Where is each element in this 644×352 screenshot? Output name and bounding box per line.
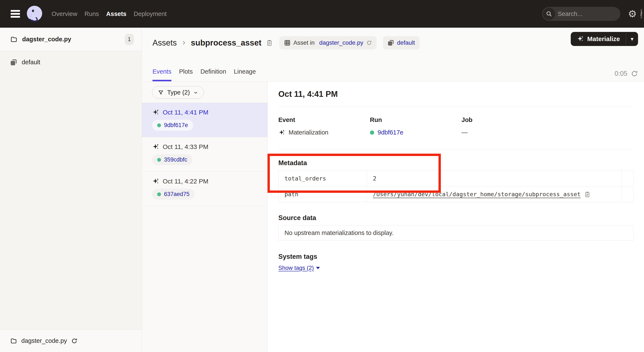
main-area: Assets subprocess_asset Asset in dagster… <box>142 28 644 352</box>
job-column: Job — <box>462 116 472 136</box>
hamburger-menu-icon[interactable] <box>11 10 20 18</box>
materialization-sparkle-icon <box>152 178 159 185</box>
sidebar-code-location-label: dagster_code.py <box>22 36 120 43</box>
chevron-down-icon <box>193 90 198 95</box>
event-detail-panel: Oct 11, 4:41 PM Event Materialization Ru… <box>268 81 644 352</box>
breadcrumb: Assets subprocess_asset Asset in dagster… <box>142 28 644 49</box>
job-empty-value: — <box>462 129 468 136</box>
materialize-button[interactable]: Materialize <box>571 32 626 46</box>
top-nav: Overview Runs Assets Deployment / ⚙ <box>0 0 644 28</box>
refresh-icon[interactable] <box>631 70 638 77</box>
event-list-item[interactable]: Oct 11, 4:33 PM 359cdbfc <box>142 137 268 172</box>
sidebar-footer-label: dagster_code.py <box>21 337 67 344</box>
event-column-label: Event <box>278 116 370 123</box>
global-search[interactable]: / <box>542 7 620 21</box>
asset-tabs: Events Plots Definition Lineage <box>152 68 256 81</box>
metadata-table: total_orders 2 path /Users/yuhan/dev/loc… <box>278 170 633 202</box>
asset-group-link[interactable]: default <box>397 39 415 46</box>
timer-value: 0:05 <box>614 70 628 77</box>
refresh-timer: 0:05 <box>614 70 638 77</box>
source-data-empty-message: No upstream materializations to display. <box>278 225 633 241</box>
run-badge[interactable]: 9dbf617e <box>152 120 193 131</box>
copy-path-icon[interactable] <box>584 191 591 198</box>
asset-location-badge: Asset in dagster_code.py <box>280 36 376 49</box>
sidebar-item-default-group[interactable]: default <box>0 51 142 73</box>
asset-group-badge: default <box>383 36 420 49</box>
run-id-link[interactable]: 359cdbfc <box>164 156 188 163</box>
materialization-sparkle-icon <box>577 35 584 42</box>
materialize-split-button: Materialize ▾ <box>571 32 638 46</box>
run-column-label: Run <box>370 116 462 123</box>
run-badge[interactable]: 359cdbfc <box>152 154 192 165</box>
event-type-value: Materialization <box>288 129 328 136</box>
event-detail-title: Oct 11, 4:41 PM <box>278 89 633 99</box>
metadata-heading: Metadata <box>278 159 633 167</box>
asset-group-icon <box>388 39 394 46</box>
sidebar-item-code-location[interactable]: dagster_code.py 1 <box>0 28 142 51</box>
show-tags-toggle[interactable]: Show tags (2) <box>278 265 320 271</box>
nav-item-deployment[interactable]: Deployment <box>134 10 167 17</box>
search-icon <box>543 8 555 20</box>
event-timestamp: Oct 11, 4:33 PM <box>163 143 208 150</box>
folder-icon <box>10 36 18 43</box>
run-id-link[interactable]: 9dbf617e <box>378 129 403 136</box>
code-location-link[interactable]: dagster_code.py <box>319 39 363 46</box>
nav-item-overview[interactable]: Overview <box>52 10 77 17</box>
event-timestamp: Oct 11, 4:41 PM <box>163 109 208 116</box>
chevron-right-icon <box>181 40 186 45</box>
run-status-dot <box>370 130 374 135</box>
filter-label: Type (2) <box>167 89 190 96</box>
nav-item-assets[interactable]: Assets <box>106 10 126 17</box>
filter-funnel-icon <box>158 90 164 95</box>
tab-lineage[interactable]: Lineage <box>234 68 256 81</box>
event-column: Event Materialization <box>278 116 370 136</box>
materialize-dropdown-caret[interactable]: ▾ <box>626 32 638 46</box>
path-link[interactable]: /Users/yuhan/dev/local/dagster_home/stor… <box>373 191 580 198</box>
asset-sidebar: dagster_code.py 1 default dagster_code.p… <box>0 28 142 352</box>
asset-group-icon <box>10 59 17 66</box>
search-shortcut-key: / <box>640 9 642 19</box>
metadata-key: total_orders <box>278 170 367 186</box>
sidebar-group-label: default <box>22 59 40 66</box>
run-id-link[interactable]: 9dbf617e <box>164 122 188 129</box>
event-list-item[interactable]: Oct 11, 4:22 PM 637aed75 <box>142 172 268 206</box>
reload-icon[interactable] <box>71 338 78 344</box>
tab-definition[interactable]: Definition <box>200 68 226 81</box>
job-column-label: Job <box>462 116 472 123</box>
caret-down-icon <box>316 267 320 269</box>
events-list-panel: Type (2) Oct 11, 4:41 PM 9dbf617e <box>142 81 268 352</box>
show-tags-label: Show tags (2) <box>278 265 314 271</box>
run-status-dot <box>157 158 161 162</box>
run-badge[interactable]: 637aed75 <box>152 189 195 200</box>
event-list-item[interactable]: Oct 11, 4:41 PM 9dbf617e <box>142 103 268 137</box>
source-data-heading: Source data <box>278 214 633 222</box>
nav-item-runs[interactable]: Runs <box>84 10 99 17</box>
metadata-key: path <box>278 186 367 202</box>
page-title: subprocess_asset <box>191 38 262 47</box>
grid-icon <box>284 39 290 46</box>
sidebar-footer-code-location[interactable]: dagster_code.py <box>0 330 142 352</box>
asset-page-header: Assets subprocess_asset Asset in dagster… <box>142 28 644 81</box>
gear-icon[interactable]: ⚙ <box>628 9 637 19</box>
metadata-value: /Users/yuhan/dev/local/dagster_home/stor… <box>367 186 622 202</box>
materialization-sparkle-icon <box>152 109 159 116</box>
materialize-label: Materialize <box>587 35 620 42</box>
primary-nav: Overview Runs Assets Deployment <box>52 10 166 17</box>
copy-asset-name-icon[interactable] <box>266 39 273 46</box>
materialization-sparkle-icon <box>278 129 285 136</box>
run-id-link[interactable]: 637aed75 <box>164 191 190 198</box>
search-input[interactable] <box>555 10 640 17</box>
event-timestamp: Oct 11, 4:22 PM <box>163 178 208 185</box>
reload-location-icon[interactable] <box>366 40 372 45</box>
breadcrumb-assets-link[interactable]: Assets <box>152 38 177 47</box>
run-status-dot <box>157 123 161 127</box>
tab-events[interactable]: Events <box>152 68 172 81</box>
tab-plots[interactable]: Plots <box>179 68 193 81</box>
run-status-dot <box>157 192 161 196</box>
dagster-logo-icon[interactable] <box>26 5 43 22</box>
system-tags-heading: System tags <box>278 252 633 261</box>
run-column: Run 9dbf617e <box>370 116 462 136</box>
event-type-filter[interactable]: Type (2) <box>152 86 204 99</box>
materialization-sparkle-icon <box>152 143 159 150</box>
caret-down-icon: ▾ <box>630 36 633 42</box>
